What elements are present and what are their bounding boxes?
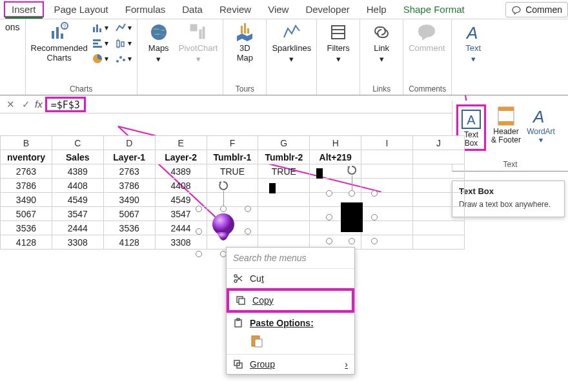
cell[interactable]: 3786 <box>103 179 155 193</box>
chart-bar-icon[interactable]: ▾ <box>92 22 108 34</box>
link-button[interactable]: Link▾ <box>365 22 398 64</box>
chart-hbar-icon[interactable]: ▾ <box>92 37 108 49</box>
group-tours: Tours <box>228 83 261 93</box>
col-B[interactable]: B <box>1 136 52 150</box>
cell[interactable]: 5067 <box>103 207 155 221</box>
header-cell[interactable]: nventory <box>1 150 52 164</box>
header-cell[interactable] <box>361 150 413 164</box>
col-D[interactable]: D <box>103 136 155 150</box>
cell[interactable] <box>258 193 310 207</box>
cell[interactable]: TRUE <box>258 164 310 179</box>
comments-toggle[interactable]: Commen <box>505 2 568 17</box>
cell[interactable] <box>207 179 258 193</box>
cell[interactable]: 4408 <box>155 179 207 193</box>
menu-shape-format[interactable]: Shape Format <box>397 3 471 16</box>
menu-review[interactable]: Review <box>213 3 258 16</box>
cell[interactable]: 2763 <box>1 164 52 179</box>
cell[interactable] <box>413 164 465 179</box>
ribbon: ons ? Recommended Charts ▾ ▾ ▾ ▾ ▾ ▾ Cha… <box>0 19 568 95</box>
col-C[interactable]: C <box>52 136 103 150</box>
cell[interactable]: TRUE <box>207 164 258 179</box>
cell[interactable]: 3536 <box>1 221 52 235</box>
col-H[interactable]: H <box>310 136 361 150</box>
menu-help[interactable]: Help <box>360 3 393 16</box>
header-cell[interactable]: Sales <box>52 150 103 164</box>
cell[interactable]: 5067 <box>1 207 52 221</box>
fx-icon[interactable]: fx <box>35 99 43 110</box>
menu-developer[interactable]: Developer <box>299 3 356 16</box>
cell[interactable]: 4408 <box>52 179 103 193</box>
chart-line-icon[interactable]: ▾ <box>115 22 132 34</box>
col-F[interactable]: F <box>207 136 258 150</box>
header-cell[interactable]: Alt+219 <box>310 150 361 164</box>
cell[interactable]: 3536 <box>103 221 155 235</box>
cell[interactable] <box>361 179 413 193</box>
wordart-button[interactable]: A WordArt▾ <box>526 104 556 151</box>
sparklines-button[interactable]: Sparklines▾ <box>272 22 311 64</box>
maps-button[interactable]: Maps▾ <box>143 22 175 64</box>
cell[interactable]: 2763 <box>103 164 155 179</box>
paste-option-icon[interactable] <box>227 333 354 354</box>
cell[interactable] <box>258 221 310 235</box>
cell[interactable]: 4549 <box>155 193 207 207</box>
comments-label: Commen <box>525 5 562 15</box>
cell[interactable] <box>207 193 258 207</box>
selected-black-shape[interactable] <box>329 193 374 241</box>
menu-formulas[interactable]: Formulas <box>119 3 172 16</box>
enter-formula-icon[interactable]: ✓ <box>19 99 32 110</box>
cell[interactable] <box>258 207 310 221</box>
cell[interactable]: 4128 <box>1 235 52 250</box>
rotate-handle-icon[interactable] <box>218 181 228 191</box>
cell[interactable]: 4389 <box>52 164 103 179</box>
context-group[interactable]: Group › <box>227 355 354 374</box>
cell[interactable] <box>413 221 465 235</box>
header-cell[interactable]: Layer-1 <box>103 150 155 164</box>
cell[interactable] <box>361 164 413 179</box>
menu-data[interactable]: Data <box>176 3 209 16</box>
col-J[interactable]: J <box>413 136 465 150</box>
svg-rect-33 <box>498 107 514 111</box>
header-footer-button[interactable]: Header & Footer <box>491 104 521 151</box>
context-cut[interactable]: Cut <box>227 269 354 288</box>
col-I[interactable]: I <box>361 136 413 150</box>
chart-pie-icon[interactable]: ▾ <box>92 53 108 64</box>
col-E[interactable]: E <box>155 136 207 150</box>
cell[interactable]: 3490 <box>1 193 52 207</box>
header-cell[interactable]: Tumblr-2 <box>258 150 310 164</box>
cell[interactable] <box>413 179 465 193</box>
header-cell[interactable]: Tumblr-1 <box>207 150 258 164</box>
cell[interactable]: 4549 <box>52 193 103 207</box>
menu-view[interactable]: View <box>261 3 295 16</box>
cell[interactable]: 3547 <box>52 207 103 221</box>
cell[interactable]: 3308 <box>52 235 103 250</box>
context-paste-options: Paste Options: <box>227 313 354 333</box>
link-icon <box>371 22 392 43</box>
context-search-input[interactable]: Search the menus <box>227 248 354 269</box>
menu-page-layout[interactable]: Page Layout <box>48 3 115 16</box>
cell[interactable]: 3490 <box>103 193 155 207</box>
cell[interactable] <box>413 207 465 221</box>
text-button[interactable]: A Text▾ <box>457 22 489 64</box>
cell[interactable]: 4128 <box>103 235 155 250</box>
formula-input[interactable]: =$F$3 <box>45 97 86 112</box>
cancel-formula-icon[interactable]: ✕ <box>4 99 17 110</box>
context-copy[interactable]: Copy <box>227 288 354 313</box>
file-options-cut[interactable]: ons <box>5 22 20 32</box>
col-G[interactable]: G <box>258 136 310 150</box>
svg-rect-11 <box>117 41 119 47</box>
header-cell[interactable] <box>413 150 465 164</box>
filters-button[interactable]: Filters▾ <box>322 22 354 64</box>
cell[interactable]: 4389 <box>155 164 207 179</box>
cell[interactable] <box>258 179 310 193</box>
cell[interactable]: 3786 <box>1 179 52 193</box>
recommended-charts-button[interactable]: ? Recommended Charts <box>31 22 88 63</box>
chart-scatter-icon[interactable]: ▾ <box>115 53 132 64</box>
cell[interactable] <box>413 235 465 250</box>
header-cell[interactable]: Layer-2 <box>155 150 207 164</box>
cell[interactable] <box>413 193 465 207</box>
menu-insert[interactable]: Insert <box>4 1 44 17</box>
3d-map-button[interactable]: 3D Map <box>228 22 261 63</box>
chart-stats-icon[interactable]: ▾ <box>115 37 132 49</box>
rotate-handle-icon[interactable] <box>347 165 357 175</box>
cell[interactable]: 2444 <box>52 221 103 235</box>
